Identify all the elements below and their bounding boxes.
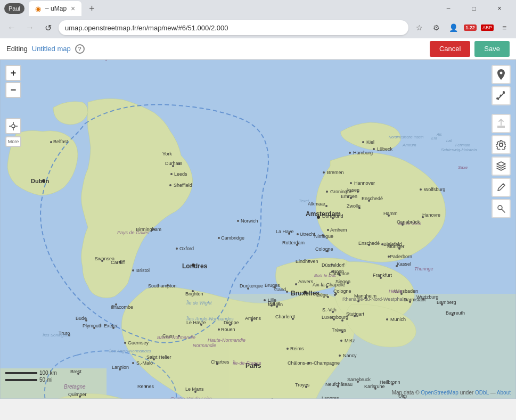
tab-close-btn[interactable]: × xyxy=(71,5,75,12)
zoom-out-button[interactable]: − xyxy=(5,82,21,98)
odbl-link[interactable]: ODbL xyxy=(475,390,489,396)
svg-text:Quimper: Quimper xyxy=(68,392,87,397)
svg-text:Dublin: Dublin xyxy=(31,178,49,184)
svg-rect-2 xyxy=(229,294,516,399)
upload-button[interactable] xyxy=(492,114,511,133)
svg-text:Enschedé: Enschedé xyxy=(358,241,380,246)
svg-point-212 xyxy=(325,205,327,207)
svg-text:Mannheim: Mannheim xyxy=(354,293,376,299)
pencil-tool[interactable] xyxy=(492,178,511,197)
svg-text:Ilfracombe: Ilfracombe xyxy=(111,304,133,310)
svg-point-168 xyxy=(297,233,299,235)
scale-bar: 100 km 50 mi xyxy=(5,370,57,383)
svg-text:Schleswig-Holstein: Schleswig-Holstein xyxy=(441,147,477,152)
svg-text:Centre-Val de Loire: Centre-Val de Loire xyxy=(170,396,212,399)
new-tab-button[interactable]: + xyxy=(86,3,98,14)
help-icon[interactable]: ? xyxy=(75,44,85,54)
svg-point-69 xyxy=(295,283,297,285)
bookmark-button[interactable]: ☆ xyxy=(412,20,427,35)
svg-text:Normandie: Normandie xyxy=(193,343,216,348)
svg-text:Cambridge: Cambridge xyxy=(221,235,244,241)
svg-text:Osnabrück: Osnabrück xyxy=(397,219,420,225)
svg-point-236 xyxy=(334,294,336,296)
svg-text:Aix-la-Chapelle: Aix-la-Chapelle xyxy=(313,282,345,287)
osm-link[interactable]: OpenStreetMap xyxy=(421,390,458,396)
svg-text:Metz: Metz xyxy=(345,338,355,343)
svg-text:Fehmarn: Fehmarn xyxy=(455,143,470,147)
svg-text:Brighton: Brighton xyxy=(185,291,203,297)
svg-text:Couvin: Couvin xyxy=(268,302,283,307)
svg-text:Era: Era xyxy=(431,136,437,140)
adblock-plus-button[interactable]: ABP xyxy=(480,20,495,35)
svg-text:Hesse: Hesse xyxy=(389,289,403,294)
svg-text:Châlons-en-Champagne: Châlons-en-Champagne xyxy=(288,360,340,366)
svg-text:Londres: Londres xyxy=(182,262,208,270)
map-attribution: Map data © OpenStreetMap under ODbL — Ab… xyxy=(392,390,511,396)
svg-text:Bayreuth: Bayreuth xyxy=(446,310,465,316)
svg-text:Münster: Münster xyxy=(387,244,405,249)
svg-text:Saxe: Saxe xyxy=(458,165,468,170)
svg-text:Anvers: Anvers xyxy=(298,279,314,284)
svg-text:Nimègue: Nimègue xyxy=(314,234,333,239)
cancel-button[interactable]: Cancel xyxy=(430,41,470,57)
zoom-in-button[interactable]: + xyxy=(5,65,21,81)
svg-text:Arnhem: Arnhem xyxy=(330,227,347,233)
svg-point-75 xyxy=(362,141,364,143)
svg-point-13 xyxy=(169,184,171,186)
map-area[interactable]: Belfast Dublin Leeds Durham York Sheffie… xyxy=(0,60,516,399)
svg-text:Saint Helier: Saint Helier xyxy=(146,355,171,360)
locate-button[interactable] xyxy=(5,118,21,134)
svg-text:Lübeck: Lübeck xyxy=(377,146,393,152)
svg-point-164 xyxy=(386,318,388,320)
map-name-link[interactable]: Untitled map xyxy=(32,45,71,53)
abp-badge: ABP xyxy=(481,24,494,31)
about-link[interactable]: About xyxy=(497,390,511,396)
svg-text:Enschedé: Enschedé xyxy=(362,196,383,201)
svg-text:Hannover: Hannover xyxy=(354,180,375,186)
svg-point-29 xyxy=(176,248,178,250)
line-tool[interactable] xyxy=(492,86,511,105)
map-edit-controls xyxy=(492,65,511,218)
minimize-button[interactable]: – xyxy=(436,0,461,17)
svg-text:Guernsey: Guernsey xyxy=(128,340,149,345)
svg-point-89 xyxy=(339,355,341,357)
svg-text:Lall: Lall xyxy=(446,139,452,143)
svg-text:Bruges: Bruges xyxy=(265,283,280,288)
reload-button[interactable]: ↺ xyxy=(40,20,55,35)
svg-text:York: York xyxy=(162,151,172,157)
svg-text:Nancy: Nancy xyxy=(343,353,357,358)
back-button[interactable]: ← xyxy=(4,20,19,35)
adblock-button[interactable]: 1.22 xyxy=(463,20,478,35)
more-button[interactable]: More xyxy=(5,136,21,147)
svg-text:Dunkerque: Dunkerque xyxy=(240,283,263,289)
marker-tool[interactable] xyxy=(492,65,511,84)
svg-text:Haute-Normandie: Haute-Normandie xyxy=(208,337,245,343)
svg-text:Île-de-France: Île-de-France xyxy=(233,360,261,366)
save-button[interactable]: Save xyxy=(474,41,510,57)
browser-tab[interactable]: ◉ – uMap × xyxy=(29,1,81,16)
svg-point-59 xyxy=(286,348,289,350)
svg-point-25 xyxy=(132,269,134,271)
svg-text:Hamburg: Hamburg xyxy=(353,150,373,155)
layers-tool[interactable] xyxy=(492,157,511,176)
forward-button[interactable]: → xyxy=(22,20,37,35)
user-profile-badge[interactable]: Paul xyxy=(4,3,24,14)
settings-tool[interactable] xyxy=(492,135,511,154)
svg-text:Nordfriesische Inseln: Nordfriesische Inseln xyxy=(389,135,423,139)
settings-button[interactable]: ⚙ xyxy=(429,20,444,35)
maximize-button[interactable]: □ xyxy=(462,0,486,17)
svg-text:Rouen: Rouen xyxy=(221,327,235,332)
svg-point-21 xyxy=(237,220,239,222)
close-button[interactable]: × xyxy=(487,0,512,17)
svg-text:Cologne: Cologne xyxy=(333,289,351,294)
svg-text:Belfast: Belfast xyxy=(53,139,68,144)
svg-point-77 xyxy=(373,148,375,150)
svg-text:Alkmaar: Alkmaar xyxy=(308,201,325,207)
svg-text:Texel: Texel xyxy=(299,199,309,203)
address-bar[interactable] xyxy=(59,20,408,35)
svg-text:Luxembourg: Luxembourg xyxy=(322,315,348,320)
scale-mi-label: 50 mi xyxy=(39,377,52,383)
profile-button[interactable]: 👤 xyxy=(446,20,461,35)
key-tool[interactable] xyxy=(492,199,511,218)
menu-button[interactable]: ≡ xyxy=(497,20,512,35)
